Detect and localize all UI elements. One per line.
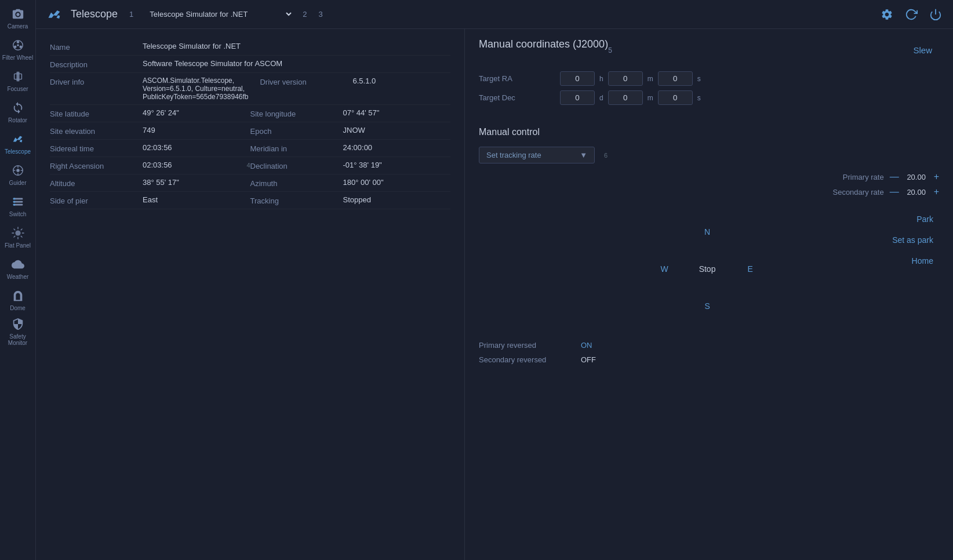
driver-info-label: Driver info xyxy=(50,77,143,86)
num6-badge: 6 xyxy=(604,152,608,159)
home-button[interactable]: Home xyxy=(912,256,933,266)
info-row-elevation-epoch: Site elevation 749 Epoch JNOW xyxy=(50,122,450,140)
info-row-ra-dec: Right Ascension 02:03:56 4 Declination -… xyxy=(50,157,450,174)
rotator-icon xyxy=(10,100,26,115)
altitude-label: Altitude xyxy=(50,178,143,188)
set-as-park-button[interactable]: Set as park xyxy=(892,235,933,245)
secondary-reversed-value[interactable]: OFF xyxy=(581,355,596,364)
park-button[interactable]: Park xyxy=(916,214,933,224)
azimuth-label: Azimuth xyxy=(250,178,343,188)
device-selector[interactable]: Telescope Simulator for .NET xyxy=(143,7,293,21)
sidebar-focuser-label: Focuser xyxy=(7,86,28,92)
info-row-site-lat-lon: Site latitude 49° 26' 24" Site longitude… xyxy=(50,105,450,122)
primary-rate-increase[interactable]: + xyxy=(934,172,939,182)
telescope-header-icon xyxy=(45,5,64,24)
site-elevation-label: Site elevation xyxy=(50,126,143,136)
info-row-alt-az: Altitude 38° 55' 17" Azimuth 180° 00' 00… xyxy=(50,174,450,192)
target-dec-label: Target Dec xyxy=(479,93,537,102)
primary-reversed-label: Primary reversed xyxy=(479,341,572,350)
sidebar-item-flat-panel[interactable]: Flat Panel xyxy=(0,221,36,253)
refresh-icon[interactable] xyxy=(903,6,919,23)
target-dec-degrees[interactable] xyxy=(560,90,595,105)
target-ra-hours[interactable] xyxy=(560,71,595,86)
dropdown-arrow-icon: ▼ xyxy=(580,151,587,159)
tracking-rate-dropdown[interactable]: Set tracking rate ▼ xyxy=(479,147,595,163)
secondary-rate-label: Secondary rate xyxy=(832,188,883,197)
content-area: Name Telescope Simulator for .NET Descri… xyxy=(36,29,953,560)
driver-version-label: Driver version xyxy=(260,77,352,86)
flat-panel-icon xyxy=(10,226,26,241)
stop-button[interactable]: Stop xyxy=(687,252,728,286)
primary-rate-label: Primary rate xyxy=(843,173,884,181)
primary-reversed-value[interactable]: ON xyxy=(581,341,592,350)
ra-label: Right Ascension xyxy=(50,161,143,170)
sidebar-item-switch[interactable]: Switch xyxy=(0,190,36,221)
ra-m-unit: m xyxy=(648,75,653,83)
secondary-rate-decrease[interactable]: — xyxy=(890,187,899,197)
target-dec-minutes[interactable] xyxy=(608,90,643,105)
sidebar-item-guider[interactable]: Guider xyxy=(0,159,36,190)
site-longitude-value: 07° 44' 57" xyxy=(343,108,451,118)
info-row-driver-info: Driver info ASCOM.Simulator.Telescope, V… xyxy=(50,73,450,105)
header: Telescope 1 Telescope Simulator for .NET… xyxy=(36,0,953,29)
west-button[interactable]: W xyxy=(644,252,685,286)
south-button[interactable]: S xyxy=(687,289,728,323)
north-button[interactable]: N xyxy=(687,214,728,249)
right-panel: Manual coordinates (J2000) 5 Slew Target… xyxy=(465,29,953,560)
slew-button[interactable]: Slew xyxy=(906,43,939,57)
action-buttons: Park Set as park Home xyxy=(892,214,933,323)
target-ra-minutes[interactable] xyxy=(608,71,643,86)
name-value: Telescope Simulator for .NET xyxy=(143,42,450,50)
tracking-rate-label: Set tracking rate xyxy=(486,151,541,159)
driver-version-value: 6.5.1.0 xyxy=(352,77,450,85)
secondary-rate-increase[interactable]: + xyxy=(934,187,939,197)
focuser-icon xyxy=(10,69,26,84)
safety-monitor-icon xyxy=(10,317,26,332)
power-icon[interactable] xyxy=(927,6,944,23)
description-label: Description xyxy=(50,59,143,69)
svg-rect-17 xyxy=(13,198,15,200)
ra-h-unit: h xyxy=(599,75,603,83)
svg-point-1 xyxy=(16,41,19,43)
info-row-sidereal-meridian: Sidereal time 02:03:56 Meridian in 24:00… xyxy=(50,140,450,157)
side-of-pier-value: East xyxy=(143,195,250,205)
sidebar-item-weather[interactable]: Weather xyxy=(0,253,36,284)
sidereal-time-value: 02:03:56 xyxy=(143,143,250,153)
sidebar-filterwheel-label: Filter Wheel xyxy=(2,54,33,61)
settings-icon[interactable] xyxy=(879,6,895,23)
primary-rate-value: 20.00 xyxy=(905,173,928,181)
declination-value: -01° 38' 19" xyxy=(343,161,451,170)
site-longitude-label: Site longitude xyxy=(250,108,343,118)
header-icons xyxy=(879,6,944,23)
epoch-label: Epoch xyxy=(250,126,343,136)
sidebar-item-filter-wheel[interactable]: Filter Wheel xyxy=(0,34,36,65)
direction-pad: N W Stop E S xyxy=(644,214,770,323)
sidebar-safety-monitor-label: Safety Monitor xyxy=(0,333,36,346)
sidebar-dome-label: Dome xyxy=(10,305,26,311)
site-latitude-label: Site latitude xyxy=(50,108,143,118)
sidebar-item-dome[interactable]: Dome xyxy=(0,284,36,315)
ra-s-unit: s xyxy=(697,75,701,83)
sidebar-item-camera[interactable]: Camera xyxy=(0,2,36,34)
svg-point-20 xyxy=(15,230,20,235)
target-dec-seconds[interactable] xyxy=(658,90,693,105)
sidebar: Camera Filter Wheel Focuser xyxy=(0,0,36,560)
primary-rate-decrease[interactable]: — xyxy=(890,172,899,182)
target-ra-seconds[interactable] xyxy=(658,71,693,86)
secondary-reversed-row: Secondary reversed OFF xyxy=(479,355,939,364)
sidebar-weather-label: Weather xyxy=(7,274,29,280)
target-ra-label: Target RA xyxy=(479,74,537,83)
sidebar-item-focuser[interactable]: Focuser xyxy=(0,65,36,96)
svg-point-2 xyxy=(19,45,22,48)
svg-point-9 xyxy=(16,169,20,172)
east-button[interactable]: E xyxy=(730,252,770,286)
dir-empty-tl xyxy=(644,214,685,249)
main-content: Telescope 1 Telescope Simulator for .NET… xyxy=(36,0,953,560)
manual-coords-title: Manual coordinates (J2000) xyxy=(479,38,608,50)
secondary-rate-value: 20.00 xyxy=(905,188,928,197)
site-elevation-value: 749 xyxy=(143,126,250,136)
sidebar-item-telescope[interactable]: Telescope xyxy=(0,128,36,159)
sidebar-item-rotator[interactable]: Rotator xyxy=(0,96,36,128)
dec-s-unit: s xyxy=(697,94,701,102)
sidebar-item-safety-monitor[interactable]: Safety Monitor xyxy=(0,315,36,347)
